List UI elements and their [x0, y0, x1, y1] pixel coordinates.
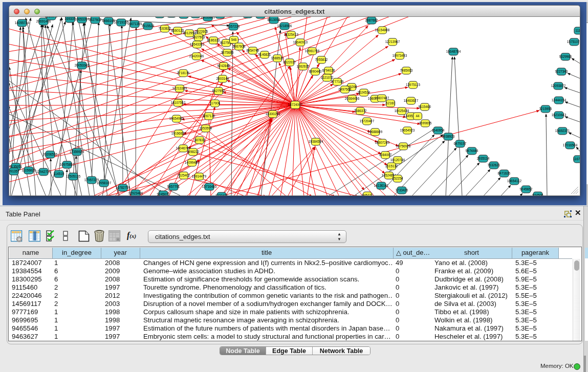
svg-text:10756928: 10756928 — [396, 144, 411, 148]
svg-text:8454749: 8454749 — [247, 49, 259, 52]
svg-text:1733426: 1733426 — [396, 188, 408, 192]
svg-text:8938923: 8938923 — [442, 135, 455, 138]
svg-text:10975857: 10975857 — [60, 163, 75, 166]
svg-text:9245072: 9245072 — [157, 192, 170, 195]
svg-text:1588520: 1588520 — [271, 56, 284, 60]
svg-text:8660123: 8660123 — [171, 29, 184, 32]
svg-text:1527602: 1527602 — [89, 18, 102, 21]
svg-text:11325419: 11325419 — [284, 33, 298, 36]
svg-text:7632621: 7632621 — [488, 163, 500, 167]
svg-text:7955812: 7955812 — [315, 58, 328, 61]
svg-text:12505135: 12505135 — [66, 174, 81, 178]
svg-text:0699695: 0699695 — [419, 121, 432, 125]
svg-text:7386372: 7386372 — [354, 109, 367, 113]
svg-text:12923466: 12923466 — [128, 191, 143, 195]
svg-text:12093872: 12093872 — [551, 84, 566, 87]
svg-text:19384554: 19384554 — [309, 140, 323, 143]
svg-text:8186323: 8186323 — [207, 38, 220, 42]
svg-text:7357224: 7357224 — [227, 25, 240, 28]
svg-text:17359924: 17359924 — [70, 150, 84, 154]
svg-text:10653267: 10653267 — [75, 17, 90, 21]
svg-text:16543392: 16543392 — [190, 42, 205, 46]
svg-text:9327503: 9327503 — [192, 35, 205, 39]
svg-text:546: 546 — [231, 38, 237, 41]
svg-text:19166825: 19166825 — [171, 132, 186, 135]
svg-text:9245652: 9245652 — [520, 187, 533, 191]
svg-text:9084067: 9084067 — [379, 153, 392, 157]
svg-text:945771: 945771 — [362, 193, 373, 195]
svg-text:6497568: 6497568 — [339, 87, 352, 91]
svg-text:2867608: 2867608 — [233, 45, 246, 48]
svg-text:9777169: 9777169 — [331, 80, 344, 83]
svg-text:7625402: 7625402 — [178, 173, 190, 177]
svg-text:17016504: 17016504 — [563, 143, 578, 147]
svg-text:8990443: 8990443 — [309, 70, 322, 73]
svg-text:15751074: 15751074 — [567, 40, 580, 43]
svg-text:19218506: 19218506 — [277, 24, 292, 28]
svg-text:15720407: 15720407 — [360, 119, 375, 123]
svg-text:19654985: 19654985 — [169, 117, 184, 120]
svg-text:6479197: 6479197 — [454, 142, 467, 145]
svg-text:3215955: 3215955 — [539, 107, 552, 111]
svg-text:44: 44 — [416, 114, 420, 118]
svg-text:16648784: 16648784 — [446, 50, 461, 53]
svg-text:14055724: 14055724 — [15, 21, 30, 25]
svg-text:2803144: 2803144 — [216, 77, 229, 80]
svg-text:14136141: 14136141 — [374, 184, 389, 187]
svg-text:11156829: 11156829 — [21, 168, 36, 172]
svg-text:9242845: 9242845 — [217, 64, 230, 68]
svg-text:252254: 252254 — [392, 177, 403, 180]
svg-text:62160: 62160 — [386, 101, 395, 105]
svg-text:18300295: 18300295 — [266, 112, 280, 116]
svg-text:16782759: 16782759 — [116, 186, 130, 189]
svg-text:9146821: 9146821 — [258, 53, 271, 56]
svg-text:10688609: 10688609 — [368, 130, 383, 134]
svg-text:13975115: 13975115 — [406, 83, 420, 86]
svg-text:19654923: 19654923 — [400, 128, 415, 132]
svg-text:16033809: 16033809 — [201, 17, 215, 19]
svg-text:1353594: 1353594 — [200, 126, 212, 130]
svg-text:924506: 924506 — [532, 193, 543, 195]
svg-text:18107552: 18107552 — [171, 101, 186, 104]
svg-text:12444154: 12444154 — [552, 98, 567, 102]
svg-text:18640910: 18640910 — [293, 40, 308, 44]
svg-text:2935114: 2935114 — [477, 157, 490, 160]
svg-text:7163822: 7163822 — [159, 27, 171, 30]
svg-text:16210643: 16210643 — [552, 113, 567, 117]
svg-text:20053346: 20053346 — [75, 63, 90, 67]
svg-text:12213389: 12213389 — [172, 86, 187, 90]
svg-text:18807249: 18807249 — [375, 141, 390, 144]
svg-text:9474444: 9474444 — [466, 149, 478, 152]
svg-text:9227343: 9227343 — [555, 70, 568, 73]
svg-text:10120746: 10120746 — [390, 158, 405, 162]
svg-text:16154808: 16154808 — [375, 28, 390, 32]
svg-text:387833: 387833 — [194, 138, 205, 142]
svg-text:8813054: 8813054 — [268, 18, 280, 21]
svg-text:1615132: 1615132 — [385, 164, 398, 168]
svg-text:991357: 991357 — [9, 169, 19, 173]
svg-text:9115460: 9115460 — [419, 105, 431, 108]
svg-text:1640954: 1640954 — [432, 128, 445, 132]
svg-text:117006: 117006 — [210, 101, 221, 105]
svg-text:18463627: 18463627 — [404, 99, 419, 102]
svg-text:8471626: 8471626 — [498, 171, 511, 175]
svg-text:7515524: 7515524 — [142, 24, 155, 28]
svg-text:16914479: 16914479 — [192, 174, 207, 178]
svg-text:6794028: 6794028 — [322, 69, 335, 72]
svg-text:20206536: 20206536 — [43, 152, 58, 156]
svg-text:10973493: 10973493 — [393, 54, 407, 57]
svg-text:16671355: 16671355 — [127, 22, 142, 26]
svg-text:6466160: 6466160 — [102, 19, 115, 23]
svg-text:10719155: 10719155 — [114, 20, 129, 24]
svg-text:8427552: 8427552 — [212, 89, 225, 93]
svg-text:18724007: 18724007 — [288, 103, 303, 106]
svg-text:5322605: 5322605 — [195, 30, 208, 33]
svg-text:7485063: 7485063 — [400, 69, 413, 72]
svg-text:1069141: 1069141 — [45, 17, 58, 18]
svg-text:1362615: 1362615 — [297, 64, 310, 68]
svg-text:10046768: 10046768 — [176, 146, 191, 150]
svg-text:15692371: 15692371 — [555, 129, 570, 133]
svg-text:1117: 1117 — [575, 29, 580, 32]
svg-text:8912954: 8912954 — [183, 31, 196, 35]
svg-text:20364456: 20364456 — [345, 97, 360, 100]
